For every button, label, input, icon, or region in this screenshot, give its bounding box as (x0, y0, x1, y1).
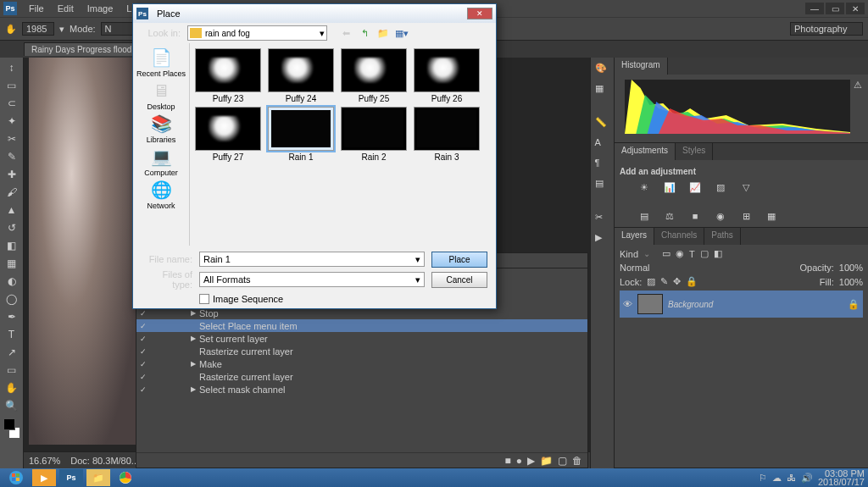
color-swatches[interactable] (3, 418, 20, 439)
file-item[interactable]: Puffy 27 (193, 107, 263, 162)
place-button[interactable]: Place (431, 252, 487, 268)
clone-icon[interactable]: ✂ (595, 212, 610, 227)
layer-row[interactable]: 👁 Background 🔒 (620, 291, 863, 318)
stamp-tool[interactable]: ▲ (2, 202, 22, 219)
tray-flag-icon[interactable]: ⚐ (759, 473, 767, 484)
action-row[interactable]: ✓▶Set current layer (136, 332, 587, 345)
vibrance-icon[interactable]: ▽ (738, 181, 754, 193)
task-media[interactable]: ▶ (32, 469, 56, 486)
workspace-dropdown[interactable]: Photography (790, 22, 863, 36)
document-canvas[interactable] (29, 58, 136, 445)
dodge-tool[interactable]: ◯ (2, 291, 22, 307)
hand-tool[interactable]: ✋ (2, 379, 22, 396)
channels-tab[interactable]: Channels (654, 228, 704, 245)
shape-tool[interactable]: ▭ (2, 362, 22, 379)
maximize-button[interactable]: ▭ (826, 3, 844, 14)
lasso-tool[interactable]: ⊂ (2, 95, 22, 112)
photo-filter-icon[interactable]: ◉ (713, 210, 728, 222)
stop-icon[interactable]: ■ (505, 455, 511, 467)
opacity-value[interactable]: 100% (839, 263, 863, 273)
newfolder-icon[interactable]: 📁 (376, 26, 390, 40)
task-chrome[interactable] (114, 469, 137, 486)
file-item[interactable]: Puffy 25 (339, 48, 409, 103)
up-icon[interactable]: ↰ (358, 26, 371, 40)
color-icon[interactable]: 🎨 (595, 63, 610, 78)
brightness-icon[interactable]: ☀ (637, 181, 652, 193)
blur-tool[interactable]: ◐ (2, 273, 22, 290)
balance-icon[interactable]: ⚖ (662, 210, 677, 222)
place-desktop[interactable]: 🖥Desktop (136, 80, 186, 111)
blend-mode-dropdown[interactable]: Normal (620, 263, 649, 273)
record-icon[interactable]: ● (516, 455, 522, 467)
layers-tab[interactable]: Layers (615, 228, 654, 245)
marquee-tool[interactable]: ▭ (2, 77, 22, 94)
new-icon[interactable]: ▢ (558, 455, 567, 467)
image-sequence-checkbox[interactable]: Image Sequence (199, 294, 425, 304)
history-brush-tool[interactable]: ↺ (2, 219, 22, 236)
tray-cloud-icon[interactable]: ☁ (772, 473, 782, 484)
dialog-close-button[interactable]: ✕ (467, 8, 492, 19)
minimize-button[interactable]: — (805, 3, 824, 14)
start-button[interactable] (3, 469, 29, 486)
zoom-tool[interactable]: 🔍 (2, 397, 22, 414)
task-photoshop[interactable]: Ps (59, 469, 83, 486)
cancel-button[interactable]: Cancel (431, 272, 487, 288)
filename-input[interactable]: Rain 1▾ (199, 252, 425, 267)
trash-icon[interactable]: 🗑 (572, 455, 582, 467)
styles-tab[interactable]: Styles (676, 143, 713, 160)
paths-tab[interactable]: Paths (704, 228, 741, 245)
file-item[interactable]: Rain 3 (412, 107, 481, 162)
dialog-titlebar[interactable]: Ps Place ✕ (133, 4, 496, 23)
menu-file[interactable]: File (22, 3, 51, 14)
task-explorer[interactable]: 📁 (86, 469, 110, 486)
brush-tool[interactable]: 🖌 (2, 184, 22, 201)
paragraph-icon[interactable]: ¶ (595, 158, 610, 173)
menu-image[interactable]: Image (81, 3, 120, 14)
notes-icon[interactable]: ▤ (595, 178, 610, 193)
place-libraries[interactable]: 📚Libraries (136, 113, 186, 144)
file-grid[interactable]: Puffy 23Puffy 24Puffy 25Puffy 26Puffy 27… (189, 43, 496, 246)
back-icon[interactable]: ⬅ (339, 26, 353, 40)
adjustments-tab[interactable]: Adjustments (615, 143, 676, 160)
action-row[interactable]: ✓▶Make (136, 357, 587, 370)
action-row[interactable]: ✓Select Place menu item (136, 319, 587, 332)
file-item[interactable]: Rain 2 (339, 107, 409, 162)
heal-tool[interactable]: ✚ (2, 166, 22, 183)
curves-icon[interactable]: 📈 (687, 181, 703, 193)
levels-icon[interactable]: 📊 (662, 181, 677, 193)
place-recent-places[interactable]: 📄Recent Places (136, 47, 186, 78)
file-item[interactable]: Rain 1 (266, 107, 336, 162)
menu-edit[interactable]: Edit (51, 3, 81, 14)
place-computer[interactable]: 💻Computer (136, 146, 186, 177)
wand-tool[interactable]: ✦ (2, 113, 22, 130)
type-panel-icon[interactable]: A (595, 137, 610, 152)
mixer-icon[interactable]: ⊞ (738, 210, 754, 222)
bw-icon[interactable]: ■ (687, 210, 703, 222)
action-row[interactable]: ✓▶Select mask channel (136, 383, 587, 396)
file-item[interactable]: Puffy 24 (266, 48, 336, 103)
clock[interactable]: 03:08 PM 2018/07/17 (818, 469, 865, 486)
type-tool[interactable]: T (2, 326, 22, 343)
play-icon[interactable]: ▶ (527, 455, 535, 467)
file-item[interactable]: Puffy 23 (193, 48, 263, 103)
eraser-tool[interactable]: ◧ (2, 237, 22, 254)
hue-icon[interactable]: ▤ (637, 210, 652, 222)
zoom-percent[interactable]: 16.67% (29, 456, 60, 466)
path-tool[interactable]: ↗ (2, 344, 22, 361)
swatch-icon[interactable]: ▦ (595, 83, 610, 98)
zoom-field[interactable]: 1985 (22, 22, 54, 36)
lookup-icon[interactable]: ▦ (764, 210, 779, 222)
close-button[interactable]: ✕ (846, 3, 865, 14)
fill-value[interactable]: 100% (839, 277, 863, 287)
actions-play-icon[interactable]: ▶ (595, 232, 610, 247)
exposure-icon[interactable]: ▨ (713, 181, 728, 193)
eyedropper-tool[interactable]: ✎ (2, 148, 22, 165)
tray-network-icon[interactable]: 🖧 (787, 473, 796, 483)
lookin-dropdown[interactable]: rain and fog ▾ (187, 25, 327, 41)
views-icon[interactable]: ▦▾ (395, 26, 409, 40)
pen-tool[interactable]: ✒ (2, 308, 22, 325)
place-network[interactable]: 🌐Network (136, 179, 186, 210)
action-row[interactable]: ✓Rasterize current layer (136, 345, 587, 357)
warning-icon[interactable]: ⚠ (854, 80, 862, 91)
gradient-tool[interactable]: ▦ (2, 255, 22, 272)
